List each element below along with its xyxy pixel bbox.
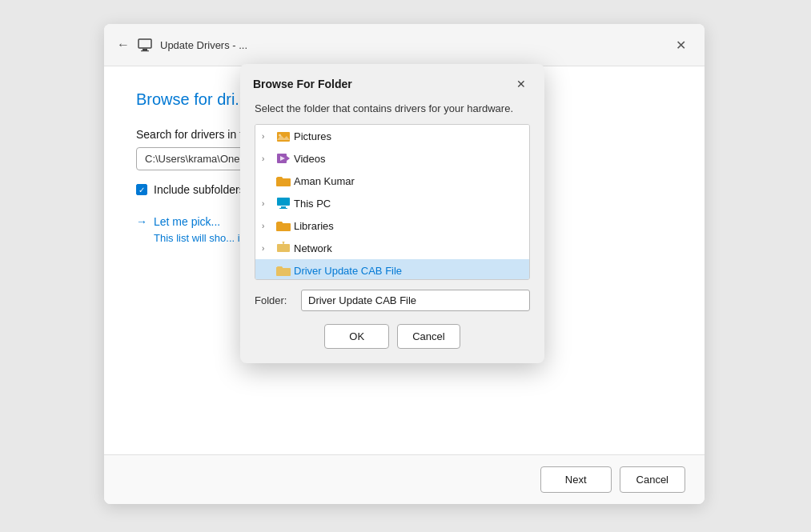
chevron-icon: › xyxy=(262,244,273,253)
svg-rect-3 xyxy=(277,132,290,142)
main-window-titlebar: ← Update Drivers - ... ✕ xyxy=(104,24,705,66)
include-subfolders-checkbox[interactable] xyxy=(136,184,147,195)
svg-rect-2 xyxy=(141,50,149,51)
device-icon xyxy=(138,38,152,52)
tree-item-this-pc[interactable]: ›This PC xyxy=(255,192,529,214)
network-icon xyxy=(276,241,291,255)
tree-item-driver-update[interactable]: Driver Update CAB File xyxy=(255,259,529,280)
videos-icon xyxy=(276,151,291,166)
folder-tree[interactable]: ›Pictures›VideosAman Kumar›This PC›Libra… xyxy=(255,124,530,280)
folder-field-row: Folder: xyxy=(240,280,544,321)
tree-item-videos[interactable]: ›Videos xyxy=(255,147,529,170)
pc-icon xyxy=(276,196,291,210)
dialog-titlebar: Browse For Folder ✕ xyxy=(240,64,544,102)
tree-item-label: Aman Kumar xyxy=(294,175,355,187)
tree-item-label: Videos xyxy=(294,153,326,165)
svg-rect-12 xyxy=(277,244,290,252)
main-window-close-button[interactable]: ✕ xyxy=(669,34,692,56)
main-footer: Next Cancel xyxy=(104,454,705,504)
folder-icon xyxy=(276,174,291,188)
folder-input[interactable] xyxy=(301,290,530,311)
let-me-pick-arrow: → xyxy=(136,215,147,228)
next-button[interactable]: Next xyxy=(540,466,612,493)
svg-marker-7 xyxy=(287,156,290,161)
folder-icon xyxy=(276,218,291,233)
folder-label: Folder: xyxy=(255,294,293,306)
chevron-icon: › xyxy=(262,132,273,141)
tree-item-label: This PC xyxy=(294,198,331,210)
pictures-icon xyxy=(276,129,291,143)
svg-rect-11 xyxy=(279,208,287,209)
chevron-icon: › xyxy=(262,222,273,230)
tree-item-aman-kumar[interactable]: Aman Kumar xyxy=(255,170,529,192)
main-window-title: Update Drivers - ... xyxy=(160,39,247,51)
dialog-title: Browse For Folder xyxy=(253,78,352,90)
dialog-subtitle: Select the folder that contains drivers … xyxy=(240,102,544,124)
svg-point-5 xyxy=(279,134,281,137)
back-arrow-button[interactable]: ← xyxy=(117,38,130,52)
dialog-close-button[interactable]: ✕ xyxy=(511,74,532,94)
svg-rect-10 xyxy=(281,206,286,208)
tree-item-label: Libraries xyxy=(294,220,334,232)
cancel-button-main[interactable]: Cancel xyxy=(620,466,685,493)
tree-item-pictures[interactable]: ›Pictures xyxy=(255,125,529,147)
ok-button[interactable]: OK xyxy=(324,324,389,349)
chevron-icon: › xyxy=(262,154,273,163)
chevron-icon: › xyxy=(262,199,273,208)
tree-item-label: Pictures xyxy=(294,130,331,142)
tree-item-label: Network xyxy=(294,242,332,254)
tree-item-network[interactable]: ›Network xyxy=(255,237,529,259)
svg-rect-0 xyxy=(139,39,151,48)
dialog-buttons: OK Cancel xyxy=(240,321,544,363)
tree-item-label: Driver Update CAB File xyxy=(294,265,402,277)
svg-rect-1 xyxy=(143,49,147,50)
svg-rect-9 xyxy=(277,198,290,206)
folder-icon xyxy=(276,263,291,278)
cancel-button-dialog[interactable]: Cancel xyxy=(397,324,460,349)
include-subfolders-label: Include subfolders... xyxy=(154,183,254,196)
svg-point-14 xyxy=(283,242,285,243)
browse-for-folder-dialog: Browse For Folder ✕ Select the folder th… xyxy=(240,64,544,363)
tree-item-libraries[interactable]: ›Libraries xyxy=(255,214,529,237)
